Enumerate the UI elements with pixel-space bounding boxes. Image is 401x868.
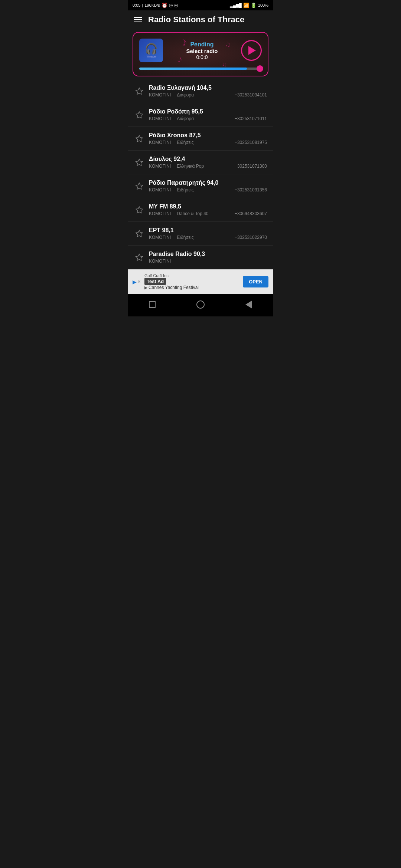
separator: |: [142, 3, 143, 7]
radio-item[interactable]: Ράδιο Παρατηρητής 94,0 KOMOTINI Ειδήσεις…: [128, 174, 273, 198]
favorite-button[interactable]: [134, 110, 144, 120]
star-polygon: [136, 254, 143, 260]
star-polygon: [136, 183, 143, 189]
hamburger-line: [134, 17, 142, 18]
signal-icon-2: ◎: [174, 3, 178, 8]
ad-title: ▶ Cannes Yachting Festival: [144, 285, 199, 290]
radio-city: KOMOTINI: [149, 235, 171, 240]
stop-icon: [149, 301, 156, 308]
status-bar: 0:05 | 196KB/s ⏰ ◎ ◎ ▂▄▆█ 📶 🔋 100%: [128, 0, 273, 10]
play-button[interactable]: [241, 40, 262, 61]
radio-genre: Ειδήσεις: [177, 140, 193, 145]
player-top: 🎧 Thrace Pending Select radio 0:0:0: [139, 39, 262, 62]
radio-item[interactable]: Ράδιο Xronos 87,5 KOMOTINI Ειδήσεις +302…: [128, 127, 273, 151]
back-button[interactable]: [242, 298, 255, 311]
radio-meta: KOMOTINI Διάφορα +302531071011: [149, 116, 267, 121]
radio-phone: +302531031356: [235, 187, 267, 193]
radio-meta: KOMOTINI Διάφορα +302531034101: [149, 92, 267, 98]
star-polygon: [136, 230, 143, 236]
radio-info: Ράδιο Ροδόπη 95,5 KOMOTINI Διάφορα +3025…: [149, 108, 267, 121]
wifi-icon: 📶: [243, 3, 249, 8]
play-icon: [248, 46, 256, 55]
player-info: Pending Select radio 0:0:0: [167, 41, 237, 60]
signal-icon-1: ◎: [169, 3, 173, 8]
home-icon: [196, 300, 205, 309]
ad-open-button[interactable]: OPEN: [243, 276, 268, 287]
ad-arrow-icon: ▶: [133, 279, 137, 285]
favorite-button[interactable]: [134, 228, 144, 239]
favorite-button[interactable]: [134, 205, 144, 215]
time: 0:05: [133, 3, 140, 7]
progress-track[interactable]: [139, 68, 262, 70]
radio-genre: Ελληνικά Pop: [177, 164, 204, 169]
progress-thumb[interactable]: [257, 65, 263, 72]
player-radio-name: Select radio: [167, 48, 237, 54]
radio-name: Ράδιο Ροδόπη 95,5: [149, 108, 267, 115]
radio-phone: +302531071300: [235, 164, 267, 169]
header: Radio Stations of Thrace: [128, 10, 273, 29]
radio-city: KOMOTINI: [149, 187, 171, 193]
radio-info: Δίαυλος 92,4 KOMOTINI Ελληνικά Pop +3025…: [149, 156, 267, 169]
radio-item[interactable]: Ράδιο Ροδόπη 95,5 KOMOTINI Διάφορα +3025…: [128, 103, 273, 127]
star-polygon: [136, 111, 143, 118]
battery-percent: 100%: [258, 3, 268, 7]
radio-city: KOMOTINI: [149, 116, 171, 121]
radio-info: Radio Ξυλαγανή 104,5 KOMOTINI Διάφορα +3…: [149, 85, 267, 98]
radio-name: Radio Ξυλαγανή 104,5: [149, 85, 267, 91]
favorite-button[interactable]: [134, 252, 144, 263]
star-polygon: [136, 159, 143, 165]
radio-phone: +302531071011: [235, 116, 267, 121]
radio-item[interactable]: Δίαυλος 92,4 KOMOTINI Ελληνικά Pop +3025…: [128, 151, 273, 174]
page-title: Radio Stations of Thrace: [148, 15, 244, 24]
radio-item[interactable]: EPT 98,1 KOMOTINI Ειδήσεις +302531022970: [128, 222, 273, 246]
favorite-button[interactable]: [134, 86, 144, 96]
radio-genre: Ειδήσεις: [177, 235, 193, 240]
stop-button[interactable]: [146, 298, 159, 311]
radio-phone: +306948303607: [235, 211, 267, 216]
alarm-icon: ⏰: [162, 3, 167, 8]
home-button[interactable]: [194, 298, 207, 311]
radio-name: Ράδιο Παρατηρητής 94,0: [149, 180, 267, 186]
ad-title-text: Cannes Yachting Festival: [149, 285, 199, 290]
ad-company: Gulf Craft Inc.: [144, 273, 170, 278]
player-status: Pending: [167, 41, 237, 48]
radio-item[interactable]: Radio Ξυλαγανή 104,5 KOMOTINI Διάφορα +3…: [128, 79, 273, 103]
cellular-icon: ▂▄▆█: [230, 3, 242, 8]
back-icon: [245, 300, 252, 309]
hamburger-line: [134, 19, 142, 20]
radio-name: Paradise Radio 90,3: [149, 251, 267, 257]
radio-city: KOMOTINI: [149, 140, 171, 145]
favorite-button[interactable]: [134, 134, 144, 144]
ad-tag: Test Ad: [144, 278, 166, 285]
player-card: ♪ ♫ ♪ ♫ 🎧 Thrace Pending Select radio 0:…: [133, 32, 268, 76]
radio-phone: +302531081975: [235, 140, 267, 145]
menu-button[interactable]: [134, 17, 142, 22]
radio-meta: KOMOTINI Ειδήσεις +302531031356: [149, 187, 267, 193]
radio-genre: Ειδήσεις: [177, 187, 193, 193]
radio-item[interactable]: Paradise Radio 90,3 KOMOTINI: [128, 246, 273, 269]
radio-info: Ράδιο Παρατηρητής 94,0 KOMOTINI Ειδήσεις…: [149, 180, 267, 193]
radio-meta: KOMOTINI Ειδήσεις +302531022970: [149, 235, 267, 240]
star-polygon: [136, 135, 143, 141]
radio-name: Δίαυλος 92,4: [149, 156, 267, 162]
radio-city: KOMOTINI: [149, 259, 171, 264]
radio-city: KOMOTINI: [149, 92, 171, 98]
radio-name: MY FM 89,5: [149, 203, 267, 210]
radio-list: Radio Ξυλαγανή 104,5 KOMOTINI Διάφορα +3…: [128, 79, 273, 269]
ad-close-x[interactable]: ✕: [137, 279, 141, 284]
favorite-button[interactable]: [134, 181, 144, 191]
player-progress[interactable]: [139, 68, 262, 70]
radio-genre: Διάφορα: [177, 116, 194, 121]
progress-fill: [139, 68, 247, 70]
radio-item[interactable]: MY FM 89,5 KOMOTINI Dance & Top 40 +3069…: [128, 198, 273, 222]
ad-logo-area: Gulf Craft Inc. Test Ad ▶ Cannes Yachtin…: [144, 273, 239, 290]
radio-meta: KOMOTINI Ελληνικά Pop +302531071300: [149, 164, 267, 169]
star-polygon: [136, 88, 143, 94]
radio-info: Ράδιο Xronos 87,5 KOMOTINI Ειδήσεις +302…: [149, 132, 267, 145]
network-speed: 196KB/s: [144, 3, 160, 7]
radio-phone: +302531022970: [235, 235, 267, 240]
ad-arrow-inline: ▶: [144, 285, 149, 290]
favorite-button[interactable]: [134, 157, 144, 168]
radio-info: MY FM 89,5 KOMOTINI Dance & Top 40 +3069…: [149, 203, 267, 216]
radio-meta: KOMOTINI: [149, 259, 267, 264]
